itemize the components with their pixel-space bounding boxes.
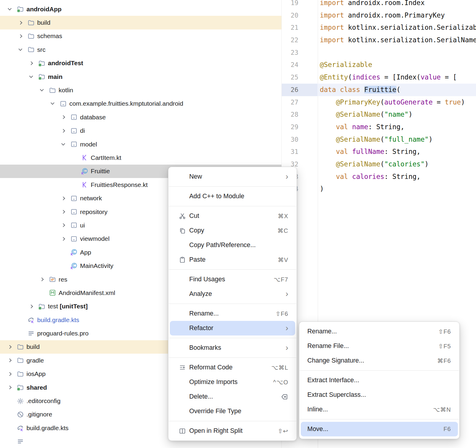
code-line-23[interactable]: 23: [282, 46, 476, 59]
tree-item-build[interactable]: build: [0, 16, 281, 29]
menu-item-rename-file[interactable]: Rename File...⇧F5: [301, 339, 458, 353]
res-folder-icon: [47, 273, 58, 286]
chevron-right-icon[interactable]: [58, 218, 68, 232]
folder-icon: [15, 340, 26, 354]
code-line-25[interactable]: 25@Entity(indices = [Index(value = [: [282, 71, 476, 84]
tree-item-androidtest[interactable]: androidTest: [0, 57, 281, 70]
menu-item-cut[interactable]: Cut⌘X: [170, 209, 295, 223]
chevron-right-icon[interactable]: [58, 110, 68, 124]
chevron-right-icon[interactable]: [58, 232, 68, 246]
menu-item-new[interactable]: New›: [170, 169, 295, 184]
chevron-right-icon[interactable]: [4, 381, 15, 394]
tree-item-main[interactable]: main: [0, 70, 281, 83]
menu-shortcut: ⌥⌘L: [271, 364, 288, 371]
chevron-right-icon[interactable]: [26, 300, 36, 313]
menu-item-move[interactable]: Move...F6: [301, 422, 458, 436]
line-number[interactable]: 23: [282, 46, 317, 59]
code-line-19[interactable]: 19import androidx.room.Index: [282, 0, 476, 9]
code-line-27[interactable]: 27 @PrimaryKey(autoGenerate = true): [282, 96, 476, 109]
code-line-28[interactable]: 28 @SerialName("name"): [282, 108, 476, 121]
chevron-spacer: [68, 165, 79, 178]
menu-item-rename[interactable]: Rename...⇧F6: [301, 324, 458, 339]
menu-item-copy-path-reference[interactable]: Copy Path/Reference...: [170, 238, 295, 252]
chevron-right-icon[interactable]: [15, 29, 26, 43]
chevron-down-icon[interactable]: [47, 97, 58, 110]
kotlin-class-icon: [79, 165, 90, 178]
menu-item-refactor[interactable]: Refactor›: [170, 321, 295, 335]
tree-item-database[interactable]: database: [0, 110, 281, 124]
tree-item-model[interactable]: model: [0, 138, 281, 151]
tree-item-com-example-fruitties-kmptutorial-android[interactable]: com.example.fruitties.kmptutorial.androi…: [0, 97, 281, 110]
menu-item-copy[interactable]: Copy⌘C: [170, 223, 295, 238]
menu-item-add-c-to-module[interactable]: Add C++ to Module: [170, 189, 295, 204]
line-number[interactable]: 27: [282, 96, 317, 109]
line-number[interactable]: 19: [282, 0, 317, 9]
chevron-right-icon[interactable]: [4, 367, 15, 381]
kotlin-file-icon: [79, 178, 90, 191]
menu-item-label: Refactor: [189, 324, 213, 332]
menu-item-inline[interactable]: Inline...⌥⌘N: [301, 402, 458, 417]
menu-item-extract-interface[interactable]: Extract Interface...: [301, 373, 458, 388]
tree-item-schemas[interactable]: schemas: [0, 29, 281, 43]
tree-item-kotlin[interactable]: kotlin: [0, 83, 281, 97]
chevron-down-icon[interactable]: [36, 84, 47, 97]
code-line-30[interactable]: 30 @SerialName("full_name"): [282, 133, 476, 146]
tree-item-androidapp[interactable]: androidApp: [0, 2, 281, 16]
code-line-24[interactable]: 24@Serializable: [282, 59, 476, 71]
code-line-26[interactable]: 26data class Fruittie(: [282, 84, 476, 96]
menu-item-paste[interactable]: Paste⌘V: [170, 252, 295, 267]
line-number[interactable]: 28: [282, 108, 317, 121]
tree-item-cartitem-kt[interactable]: CartItem.kt: [0, 151, 281, 164]
line-number[interactable]: 26: [282, 84, 317, 96]
menu-item-override-file-type[interactable]: Override File Type: [170, 404, 295, 419]
chevron-down-icon[interactable]: [4, 2, 15, 16]
code-line-31[interactable]: 31 val fullName: String,: [282, 146, 476, 158]
menu-item-optimize-imports[interactable]: Optimize Imports^⌥O: [170, 375, 295, 389]
chevron-right-icon[interactable]: [4, 354, 15, 367]
code-line-32[interactable]: 32 @SerialName("calories"): [282, 158, 476, 171]
code-line-29[interactable]: 29 val name: String,: [282, 121, 476, 133]
gradle-file-icon: [26, 313, 36, 327]
code-line-20[interactable]: 20import androidx.room.PrimaryKey: [282, 9, 476, 22]
line-number[interactable]: 24: [282, 59, 317, 71]
code-line-22[interactable]: 22import kotlinx.serialization.SerialNam…: [282, 34, 476, 46]
chevron-right-icon[interactable]: [58, 205, 68, 218]
menu-item-reformat-code[interactable]: Reformat Code⌥⌘L: [170, 360, 295, 375]
chevron-right-icon[interactable]: [15, 16, 26, 29]
chevron-down-icon[interactable]: [15, 43, 26, 56]
tree-item-label: di: [80, 127, 85, 134]
code-line-34[interactable]: 34): [282, 183, 476, 195]
code-line-33[interactable]: 33 val calories: String,: [282, 171, 476, 183]
submenu-arrow-icon: ›: [286, 174, 288, 179]
chevron-right-icon[interactable]: [4, 340, 15, 354]
line-number[interactable]: 20: [282, 9, 317, 22]
line-number[interactable]: 22: [282, 34, 317, 46]
chevron-down-icon[interactable]: [58, 138, 68, 151]
line-number[interactable]: 29: [282, 121, 317, 133]
chevron-down-icon[interactable]: [26, 70, 36, 83]
tree-item-di[interactable]: di: [0, 124, 281, 138]
menu-item-open-in-right-split[interactable]: Open in Right Split⇧↩: [170, 424, 295, 438]
tree-item-label: schemas: [37, 32, 62, 40]
menu-item-extract-superclass[interactable]: Extract Superclass...: [301, 388, 458, 402]
chevron-right-icon[interactable]: [58, 192, 68, 205]
menu-item-find-usages[interactable]: Find Usages⌥F7: [170, 272, 295, 287]
menu-separator: [169, 269, 296, 270]
menu-item-rename[interactable]: Rename...⇧F6: [170, 306, 295, 321]
tree-item-label: androidTest: [48, 60, 83, 67]
menu-item-delete[interactable]: Delete...: [170, 389, 295, 404]
chevron-right-icon[interactable]: [36, 273, 47, 286]
line-number[interactable]: 30: [282, 133, 317, 146]
line-number[interactable]: 31: [282, 146, 317, 158]
tree-item-src[interactable]: src: [0, 43, 281, 56]
chevron-right-icon[interactable]: [26, 57, 36, 70]
menu-item-change-signature[interactable]: Change Signature...⌘F6: [301, 353, 458, 368]
menu-separator: [300, 370, 459, 371]
menu-item-analyze[interactable]: Analyze›: [170, 287, 295, 301]
code-line-21[interactable]: 21import kotlinx.serialization.Serializa…: [282, 21, 476, 34]
tree-item-label: build: [26, 343, 40, 350]
line-number[interactable]: 25: [282, 71, 317, 84]
line-number[interactable]: 21: [282, 21, 317, 34]
chevron-right-icon[interactable]: [58, 124, 68, 138]
menu-item-bookmarks[interactable]: Bookmarks›: [170, 341, 295, 355]
